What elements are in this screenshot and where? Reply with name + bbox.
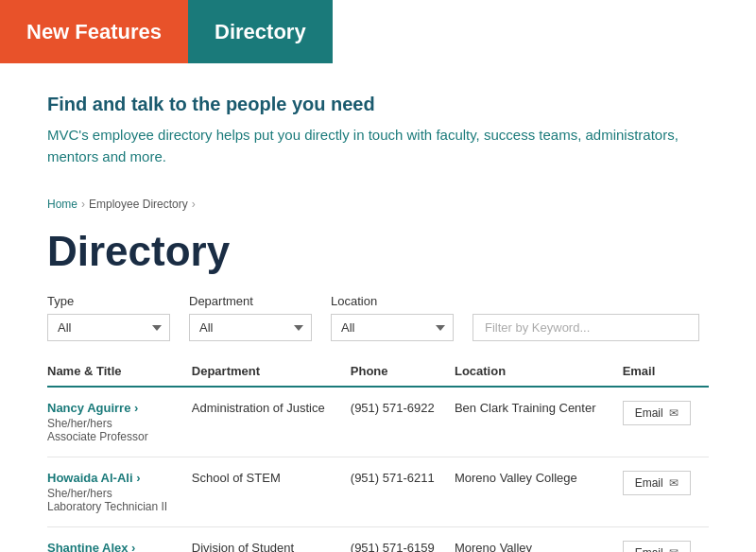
person-title: Associate Professor: [47, 430, 182, 443]
email-icon: ✉: [669, 546, 679, 552]
cell-phone: (951) 571-6211: [351, 457, 455, 527]
email-button[interactable]: Email ✉: [623, 401, 691, 425]
person-pronoun: She/her/hers: [47, 487, 182, 500]
cell-phone: (951) 571-6159: [351, 527, 455, 553]
breadcrumb: Home › Employee Directory ›: [0, 190, 756, 218]
person-title: Laboratory Technician II: [47, 500, 182, 513]
department-filter-label: Department: [189, 294, 312, 308]
tab-new-features-label: New Features: [26, 20, 162, 44]
cell-location: Moreno Valley College: [455, 457, 623, 527]
table-row: Shantine Alex Division of Student(951) 5…: [47, 527, 709, 553]
cell-location: Moreno Valley: [455, 527, 623, 553]
person-pronoun: She/her/hers: [47, 417, 182, 430]
person-name-link[interactable]: Shantine Alex: [47, 541, 135, 552]
email-icon: ✉: [669, 476, 679, 490]
col-location: Location: [455, 356, 623, 387]
cell-name-title: Nancy Aguirre She/her/hers Associate Pro…: [47, 387, 192, 457]
col-phone: Phone: [351, 356, 455, 387]
hero-section: Find and talk to the people you need MVC…: [0, 63, 756, 190]
cell-department: School of STEM: [192, 457, 351, 527]
cell-name-title: Howaida Al-Ali She/her/hers Laboratory T…: [47, 457, 192, 527]
type-filter-label: Type: [47, 294, 170, 308]
email-button[interactable]: Email ✉: [623, 541, 691, 552]
hero-description: MVC's employee directory helps put you d…: [47, 125, 709, 167]
keyword-filter-group: [472, 314, 699, 341]
person-name-link[interactable]: Howaida Al-Ali: [47, 471, 140, 485]
cell-name-title: Shantine Alex: [47, 527, 192, 553]
keyword-filter-input[interactable]: [472, 314, 699, 341]
table-row: Nancy Aguirre She/her/hers Associate Pro…: [47, 387, 709, 457]
type-filter-select[interactable]: All: [47, 314, 170, 341]
table-header-row: Name & Title Department Phone Location E…: [47, 356, 709, 387]
department-filter-group: Department All: [189, 294, 312, 341]
location-filter-label: Location: [331, 294, 454, 308]
col-name-title: Name & Title: [47, 356, 192, 387]
page-title: Directory: [0, 218, 756, 294]
hero-title: Find and talk to the people you need: [47, 94, 709, 115]
email-button[interactable]: Email ✉: [623, 471, 691, 495]
cell-email: Email ✉: [623, 457, 709, 527]
location-filter-select[interactable]: All: [331, 314, 454, 341]
cell-department: Division of Student: [192, 527, 351, 553]
breadcrumb-trailing: ›: [192, 198, 196, 211]
email-icon: ✉: [669, 406, 679, 420]
directory-table: Name & Title Department Phone Location E…: [47, 356, 709, 552]
breadcrumb-separator: ›: [81, 198, 85, 211]
breadcrumb-current: Employee Directory: [89, 198, 188, 211]
tab-bar: New Features Directory: [0, 0, 756, 63]
col-department: Department: [192, 356, 351, 387]
location-filter-group: Location All: [331, 294, 454, 341]
tab-new-features[interactable]: New Features: [0, 0, 188, 63]
table-row: Howaida Al-Ali She/her/hers Laboratory T…: [47, 457, 709, 527]
cell-phone: (951) 571-6922: [351, 387, 455, 457]
tab-directory-label: Directory: [215, 20, 306, 44]
type-filter-group: Type All: [47, 294, 170, 341]
cell-email: Email ✉: [623, 387, 709, 457]
cell-department: Administration of Justice: [192, 387, 351, 457]
cell-location: Ben Clark Training Center: [455, 387, 623, 457]
breadcrumb-home[interactable]: Home: [47, 198, 77, 211]
person-name-link[interactable]: Nancy Aguirre: [47, 401, 138, 415]
department-filter-select[interactable]: All: [189, 314, 312, 341]
filters-section: Type All Department All Location All: [0, 294, 756, 356]
tab-directory[interactable]: Directory: [188, 0, 333, 63]
cell-email: Email ✉: [623, 527, 709, 553]
col-email: Email: [623, 356, 709, 387]
